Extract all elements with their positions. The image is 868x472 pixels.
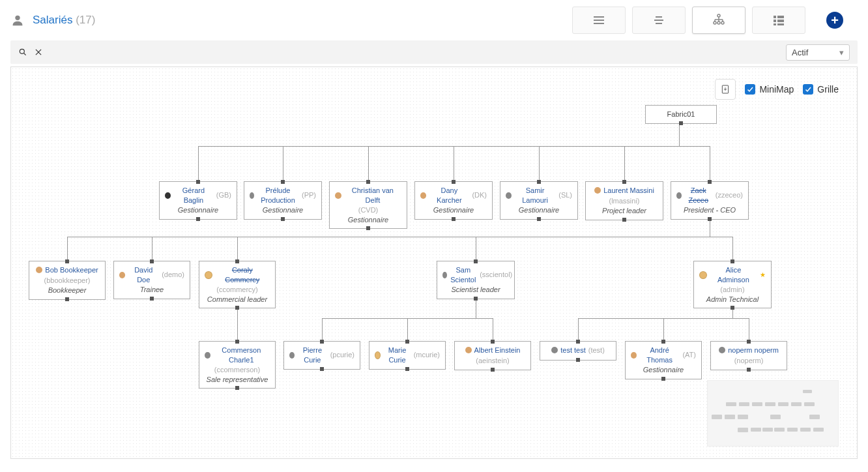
view-table-button[interactable] xyxy=(752,7,805,34)
minimap-toggle-label: MiniMap xyxy=(759,84,794,95)
status-select[interactable]: Actif ▾ xyxy=(786,44,850,61)
node-role: Gestionnaire xyxy=(250,205,316,215)
connector xyxy=(624,146,625,181)
grid-toggle-label: Grille xyxy=(817,84,839,95)
node-name: Commerson Charle1 xyxy=(213,346,270,365)
avatar-icon xyxy=(551,347,558,353)
org-node[interactable]: Dany Karcher (DK) Gestionnaire xyxy=(414,181,493,220)
avatar-icon xyxy=(594,187,601,194)
org-node[interactable]: Marie Curie (mcurie) xyxy=(369,341,446,370)
connector xyxy=(407,318,408,341)
node-name: David Doe xyxy=(128,265,159,285)
org-node[interactable]: Commerson Charle1 (ccommerson) Sale repr… xyxy=(199,341,276,389)
org-node[interactable]: Bob Bookkeeper (bbookkeeper) Bookkeeper xyxy=(29,261,106,300)
svg-point-0 xyxy=(15,16,20,20)
node-login: (ccommerson) xyxy=(205,365,270,375)
grid-toggle[interactable]: Grille xyxy=(803,84,839,95)
search-icon[interactable] xyxy=(18,48,27,57)
avatar-icon xyxy=(465,347,472,353)
node-role: Scientist leader xyxy=(442,285,509,295)
filter-bar: Actif ▾ xyxy=(10,40,858,64)
org-node[interactable]: Christian van Delft (CVD) Gestionnaire xyxy=(329,181,407,229)
view-orgchart-button[interactable] xyxy=(692,7,745,34)
view-align-button[interactable] xyxy=(632,7,686,34)
connector xyxy=(710,146,710,181)
node-name: test test xyxy=(560,346,586,355)
page-title-count: (17) xyxy=(76,14,95,26)
org-node[interactable]: Coraly Commercy (ccommercy) Commercial l… xyxy=(199,261,276,308)
org-node[interactable]: Albert Einstein (aeinstein) xyxy=(454,341,531,370)
node-name: Prélude Production xyxy=(257,186,299,205)
node-name: Dany Karcher xyxy=(429,186,469,205)
org-node[interactable]: Gérard Baglin (GB) Gestionnaire xyxy=(159,181,237,220)
minimap[interactable] xyxy=(707,380,839,447)
node-name: Laurent Massini xyxy=(603,186,654,196)
canvas-toolbar: MiniMap Grille xyxy=(715,79,839,100)
page-title: Salariés (17) xyxy=(33,14,95,27)
avatar-icon xyxy=(205,352,210,359)
avatar-icon xyxy=(676,192,682,199)
avatar-icon xyxy=(375,351,381,359)
employees-icon xyxy=(10,13,25,27)
connector xyxy=(152,237,152,261)
node-name: Pierre Curie xyxy=(297,346,328,365)
avatar-icon xyxy=(631,352,637,359)
avatar-icon xyxy=(250,192,254,199)
svg-line-23 xyxy=(24,53,26,55)
export-button[interactable] xyxy=(715,79,736,100)
connector xyxy=(198,146,199,181)
org-node[interactable]: Prélude Production (PP) Gestionnaire xyxy=(244,181,322,220)
close-icon[interactable] xyxy=(34,48,43,57)
org-node[interactable]: Sam Scientol (sscientol) Scientist leade… xyxy=(437,261,515,299)
node-role: Gestionnaire xyxy=(506,205,572,215)
add-button[interactable]: + xyxy=(812,7,858,33)
avatar-icon xyxy=(36,267,42,273)
org-node[interactable]: Laurent Massini (lmassini) Project leade… xyxy=(585,181,663,220)
node-role: Gestionnaire xyxy=(420,205,487,215)
node-code: (zzeceo) xyxy=(716,190,743,200)
node-role: Gestionnaire xyxy=(165,205,231,215)
minimap-toggle[interactable]: MiniMap xyxy=(745,84,794,95)
avatar-icon xyxy=(506,192,512,199)
avatar-icon xyxy=(699,271,707,279)
org-chart-canvas[interactable]: MiniMap Grille xyxy=(10,66,858,459)
connector xyxy=(368,146,369,181)
connector xyxy=(663,318,664,341)
org-node[interactable]: test test (test) xyxy=(540,341,616,361)
node-name: Samir Lamouri xyxy=(514,186,556,205)
org-node[interactable]: André Thomas (AT) Gestionnaire xyxy=(625,341,702,379)
node-login: (pcurie) xyxy=(330,350,354,360)
node-name: Albert Einstein xyxy=(474,346,521,355)
node-name: Zack Zeceo xyxy=(684,186,713,205)
org-node-root[interactable]: Fabric01 xyxy=(645,105,717,124)
org-node[interactable]: Zack Zeceo (zzeceo) President - CEO xyxy=(671,181,749,220)
connector xyxy=(749,318,749,341)
node-role: Sale representative xyxy=(205,375,270,385)
connector xyxy=(322,318,323,341)
org-node[interactable]: Alice Adminson ★ (admin) Admin Technical xyxy=(693,261,772,308)
svg-point-11 xyxy=(714,22,716,24)
header: Salariés (17) + xyxy=(0,0,868,40)
node-login: (AT) xyxy=(682,350,696,360)
node-code: (PP) xyxy=(302,190,316,200)
node-name: Coraly Commercy xyxy=(215,265,270,285)
connector xyxy=(67,237,733,237)
node-code: (GB) xyxy=(216,190,231,200)
org-node[interactable]: Samir Lamouri (SL) Gestionnaire xyxy=(500,181,578,220)
node-role: Project leader xyxy=(591,206,658,216)
node-name: André Thomas xyxy=(639,346,680,365)
header-right: + xyxy=(572,7,858,34)
connector xyxy=(732,237,733,261)
view-list-button[interactable] xyxy=(572,7,626,34)
node-name: Christian van Delft xyxy=(344,186,401,205)
avatar-icon xyxy=(205,271,212,279)
org-node[interactable]: noperm noperm (noperm) xyxy=(710,341,787,370)
org-node[interactable]: David Doe (demo) Trainee xyxy=(113,261,190,299)
avatar-icon xyxy=(289,352,295,359)
avatar-icon xyxy=(719,347,725,353)
org-node[interactable]: Pierre Curie (pcurie) xyxy=(283,341,360,370)
avatar-icon xyxy=(335,192,341,199)
connector xyxy=(476,237,476,261)
plus-icon: + xyxy=(826,12,843,29)
node-name: Marie Curie xyxy=(383,346,411,365)
